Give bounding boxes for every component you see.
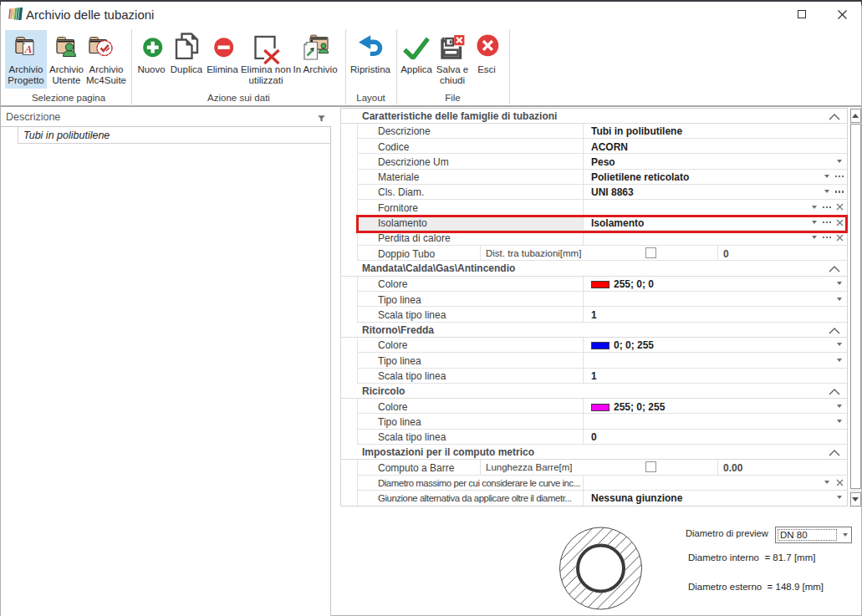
svg-text:A: A (24, 43, 33, 55)
